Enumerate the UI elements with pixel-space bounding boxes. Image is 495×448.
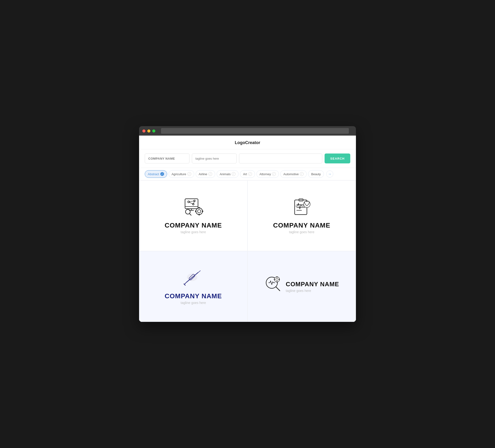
svg-line-31: [276, 287, 280, 291]
filter-chip-automotive[interactable]: Automotive ✓: [280, 170, 307, 178]
filter-bar: Abstract ✓ Agriculture ✓ Airline ✓ Anima…: [139, 168, 356, 180]
svg-line-9: [189, 202, 193, 204]
svg-rect-12: [198, 207, 200, 209]
svg-rect-14: [195, 210, 196, 212]
logo-icon-4: [264, 275, 282, 294]
maximize-button[interactable]: [152, 129, 155, 133]
logo-card-3[interactable]: COMPANY NAME tagline goes here: [139, 251, 248, 322]
tagline-input[interactable]: [192, 154, 237, 163]
browser-titlebar: [139, 126, 356, 136]
search-button[interactable]: SEARCH: [325, 154, 350, 163]
logo-2-company-name: COMPANY NAME: [273, 222, 330, 229]
svg-rect-34: [276, 276, 278, 277]
logo-4-company-name: COMPANY NAME: [286, 280, 339, 288]
filter-chip-abstract[interactable]: Abstract ✓: [145, 170, 167, 178]
app-title: LogoCreator: [235, 140, 260, 145]
check-icon-animals: ✓: [232, 172, 235, 176]
filter-next-button[interactable]: →: [326, 170, 333, 178]
close-button[interactable]: [142, 129, 145, 133]
filter-chip-agriculture[interactable]: Agriculture ✓: [168, 170, 194, 178]
filter-chip-airline[interactable]: Airline ✓: [196, 170, 215, 178]
check-icon-attorney: ✓: [272, 172, 276, 176]
check-icon-automotive: ✓: [300, 172, 303, 176]
svg-point-32: [274, 277, 280, 282]
logo-card-4[interactable]: COMPANY NAME tagline goes here: [248, 251, 356, 322]
svg-line-26: [197, 271, 200, 273]
logo-grid: COMPANY NAME tagline goes here: [139, 180, 356, 322]
filter-label-airline: Airline: [199, 172, 207, 176]
svg-rect-15: [202, 210, 203, 212]
logo-4-text-group: COMPANY NAME tagline goes here: [286, 280, 339, 293]
logo-icon-2: [292, 197, 311, 217]
filter-chip-animals[interactable]: Animals ✓: [217, 170, 239, 178]
filter-chip-art[interactable]: Art ✓: [240, 170, 255, 178]
logo-card-2[interactable]: COMPANY NAME tagline goes here: [248, 180, 356, 251]
check-icon-agriculture: ✓: [187, 172, 191, 176]
logo-1-tagline: tagline goes here: [180, 230, 206, 234]
address-bar: [161, 128, 349, 134]
svg-rect-36: [274, 279, 275, 280]
filter-label-beauty: Beauty: [311, 172, 321, 176]
filter-label-attorney: Attorney: [260, 172, 271, 176]
company-name-input[interactable]: [145, 154, 190, 163]
filter-label-art: Art: [243, 172, 247, 176]
browser-content: LogoCreator SEARCH Abstract ✓ Agricultur…: [139, 136, 356, 322]
logo-4-tagline: tagline goes here: [286, 289, 339, 293]
minimize-button[interactable]: [147, 129, 150, 133]
filter-chip-beauty[interactable]: Beauty: [308, 170, 324, 178]
svg-rect-0: [185, 199, 198, 209]
app-header: LogoCreator: [139, 136, 356, 149]
logo-icon-3: [181, 268, 205, 288]
filter-chip-attorney[interactable]: Attorney ✓: [256, 170, 279, 178]
logo-3-company-name: COMPANY NAME: [165, 292, 222, 300]
svg-rect-13: [198, 214, 200, 215]
search-bar: SEARCH: [139, 149, 356, 168]
svg-rect-35: [276, 281, 278, 282]
logo-icon-1: [183, 197, 204, 217]
check-icon-art: ✓: [248, 172, 252, 176]
check-icon-abstract: ✓: [160, 172, 164, 176]
logo-card-1[interactable]: COMPANY NAME tagline goes here: [139, 180, 248, 251]
filter-label-abstract: Abstract: [148, 172, 159, 176]
browser-window: LogoCreator SEARCH Abstract ✓ Agricultur…: [139, 126, 356, 322]
logo-1-company-name: COMPANY NAME: [165, 222, 222, 229]
logo-3-tagline: tagline goes here: [180, 301, 206, 305]
svg-point-11: [197, 210, 201, 213]
filter-label-animals: Animals: [220, 172, 231, 176]
svg-rect-37: [279, 279, 280, 280]
filter-label-agriculture: Agriculture: [172, 172, 186, 176]
svg-line-17: [190, 214, 191, 215]
svg-point-10: [196, 208, 203, 215]
filter-label-automotive: Automotive: [283, 172, 299, 176]
check-icon-airline: ✓: [208, 172, 212, 176]
logo-2-tagline: tagline goes here: [289, 230, 314, 234]
keyword-input[interactable]: [239, 154, 322, 163]
